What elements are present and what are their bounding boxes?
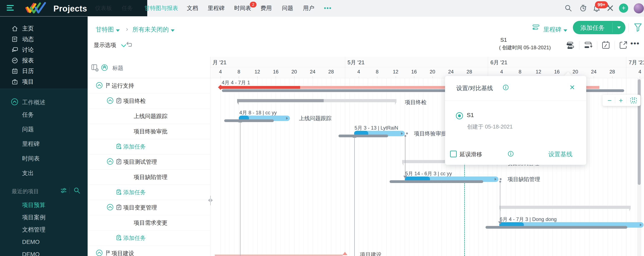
add-task-row-button[interactable]: 添加任务 (123, 143, 146, 150)
timeline-header: 月 '215月 '216月 '217月 '21 4812162024284812… (210, 57, 644, 78)
nav-item-6[interactable]: 时间表2 (234, 0, 251, 16)
more-options-icon[interactable]: ••• (630, 39, 640, 47)
task-row-label[interactable]: 项目终验审批 (134, 128, 168, 135)
critical-path-icon[interactable] (584, 40, 593, 50)
bar-name-label: 项目终检 (405, 99, 426, 106)
sidebar-recent-item-3[interactable]: 文档管理 (0, 226, 88, 236)
task-row-label[interactable]: 项目测试管理 (123, 158, 157, 166)
grid-line (363, 78, 364, 256)
sidebar-item-label: 报表 (22, 57, 34, 64)
add-task-button[interactable]: 添加任务 (573, 21, 626, 34)
undo-icon[interactable] (125, 41, 133, 48)
slippage-label[interactable]: 延误滑移 (460, 151, 482, 158)
breadcrumb-all-open[interactable]: 所有未关闭的 (132, 26, 169, 33)
nav-item-5[interactable]: 里程碑 (208, 0, 224, 16)
sidebar-item-2[interactable]: 动态 (0, 36, 88, 45)
sidebar-recent-item-5[interactable]: DEMO (0, 251, 88, 256)
calendar-view-icon[interactable] (601, 40, 610, 50)
close-icon[interactable]: ✕ (569, 84, 575, 90)
milestone-selector[interactable]: 里程碑 (543, 26, 567, 34)
timeline-month-separator (345, 57, 345, 78)
task-row-label[interactable]: 上线问题跟踪 (134, 112, 168, 120)
nav-item-1[interactable]: 仪表板 (95, 0, 112, 16)
chevron-down-icon (564, 30, 567, 32)
task-row-label[interactable]: 运行支持 (112, 82, 134, 90)
sidebar-item-5[interactable]: 日历 (0, 68, 88, 77)
sidebar-item-1[interactable]: 主页 (0, 25, 88, 35)
dependency-handle-icon[interactable] (401, 132, 403, 135)
chevron-down-icon[interactable] (116, 30, 120, 32)
dependency-dot (500, 178, 502, 180)
brand-name: Projects (54, 4, 87, 13)
baseline-icon[interactable] (566, 40, 575, 50)
task-row-label[interactable]: 项目缺陷管理 (134, 174, 168, 181)
info-icon[interactable] (502, 84, 509, 90)
panel-resize-handle[interactable] (208, 196, 213, 205)
search-icon[interactable] (564, 4, 572, 12)
hamburger-menu-icon[interactable] (7, 5, 14, 11)
set-baseline-link[interactable]: 设置基线 (548, 150, 572, 158)
zoom-in-button[interactable]: + (619, 96, 623, 104)
baseline-option-name[interactable]: S1 (467, 112, 474, 118)
zoom-out-button[interactable]: − (608, 96, 612, 104)
nav-item-7[interactable]: 费用 (260, 0, 272, 16)
nav-more-icon[interactable]: ••• (324, 0, 332, 16)
add-task-row-button[interactable]: 添加任务 (123, 188, 146, 196)
recent-projects-filter-icon[interactable] (60, 187, 67, 194)
sidebar-recent-item-2[interactable]: 项目案例 (0, 214, 88, 224)
task-row-label[interactable]: 项目需求变更 (134, 219, 168, 226)
sidebar-work-item-1[interactable]: 任务 (0, 111, 88, 121)
chevron-up-circle-icon[interactable] (106, 158, 114, 165)
user-avatar[interactable] (634, 3, 644, 14)
sidebar-work-item-5[interactable]: 支出 (0, 170, 88, 179)
nav-item-4[interactable]: 文档 (187, 0, 198, 16)
sidebar-item-4[interactable]: 报表 (0, 57, 88, 66)
chevron-up-circle-icon[interactable] (96, 249, 103, 256)
summary-bar-completed[interactable] (220, 86, 300, 89)
sidebar-work-item-4[interactable]: 时间表 (0, 155, 88, 164)
work-overview-collapse-icon[interactable] (11, 98, 18, 106)
task-row-label[interactable]: 项目建设 (112, 250, 134, 256)
dependency-handle-icon[interactable] (495, 178, 496, 180)
task-row-label[interactable]: 项目终检 (123, 97, 146, 105)
grid-line (248, 78, 248, 256)
info-icon[interactable] (508, 151, 514, 157)
nav-item-9[interactable]: 用户 (303, 0, 314, 16)
parent-summary-bar[interactable] (237, 99, 397, 102)
sidebar-item-work-overview[interactable]: 工作概述 (22, 98, 46, 106)
collapse-all-icon[interactable] (101, 64, 108, 71)
milestone-view-icon[interactable] (532, 24, 541, 31)
quick-add-button[interactable]: + (619, 4, 628, 13)
timeline-day-label: 8 (519, 69, 521, 75)
timer-icon[interactable] (579, 4, 587, 12)
fullscreen-icon[interactable] (619, 40, 628, 50)
display-options-menu[interactable]: 显示选项 (94, 41, 126, 49)
fit-to-screen-button[interactable] (630, 97, 637, 104)
sidebar-work-item-3[interactable]: 里程碑 (0, 140, 88, 150)
column-settings-icon[interactable] (91, 64, 99, 71)
nav-item-3[interactable]: 甘特图与报表 (144, 0, 178, 16)
sidebar-work-item-2[interactable]: 问题 (0, 126, 88, 136)
nav-item-8[interactable]: 问题 (282, 0, 293, 16)
baseline-radio-selected[interactable] (456, 112, 463, 119)
sidebar-item-6[interactable]: 项目 (0, 78, 88, 88)
chevron-up-circle-icon[interactable] (96, 82, 103, 89)
chevron-down-icon[interactable] (171, 30, 174, 32)
sidebar-item-3[interactable]: 讨论 (0, 46, 88, 56)
task-row-label[interactable]: 项目变更管理 (123, 204, 157, 211)
breadcrumb-gantt[interactable]: 甘特图 (96, 26, 114, 33)
chevron-down-icon[interactable] (617, 26, 621, 29)
filter-funnel-icon[interactable] (634, 23, 642, 32)
slippage-checkbox[interactable] (450, 151, 457, 157)
dependency-handle-icon[interactable] (640, 224, 642, 226)
sidebar-item-label: 时间表 (22, 155, 40, 162)
sidebar-recent-item-1[interactable]: 项目预算 (0, 202, 88, 211)
chevron-up-circle-icon[interactable] (106, 204, 114, 211)
chevron-up-circle-icon[interactable] (106, 97, 114, 104)
nav-item-2[interactable]: 任务 (122, 0, 133, 16)
recent-projects-search-icon[interactable] (74, 187, 80, 194)
add-task-row-button[interactable]: 添加任务 (123, 234, 146, 242)
parent-summary-bar[interactable] (499, 206, 631, 209)
dependency-handle-icon[interactable] (286, 117, 288, 120)
sidebar-recent-item-4[interactable]: DEMO (0, 238, 88, 248)
